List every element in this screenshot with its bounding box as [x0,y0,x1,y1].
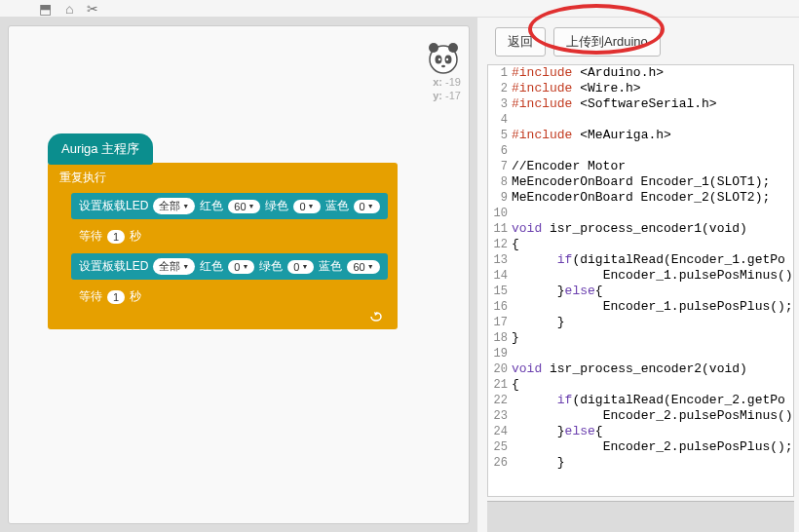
line-number: 23 [488,408,512,424]
code-text: if(digitalRead(Encoder_1.getPo [512,252,785,268]
sprite-coords: x: -19 y: -17 [433,75,461,102]
set-led-block[interactable]: 设置板载LED 全部▼ 红色 60▼ 绿色 0▼ 蓝色 0▼ [71,193,388,219]
code-line[interactable]: 21{ [488,377,793,393]
line-number: 1 [488,65,512,81]
panda-sprite-icon[interactable] [424,38,463,77]
line-number: 21 [488,377,512,393]
code-line[interactable]: 5#include <MeAuriga.h> [488,128,793,143]
code-line[interactable]: 22 if(digitalRead(Encoder_2.getPo [488,393,793,408]
code-line[interactable]: 6 [488,143,793,159]
code-line[interactable]: 10 [488,206,793,221]
hat-block[interactable]: Auriga 主程序 [48,133,153,165]
upload-arduino-button[interactable]: 上传到Arduino [553,27,661,57]
block-text: 红色 [200,258,223,275]
block-text: 设置板载LED [79,258,148,275]
code-editor[interactable]: 1#include <Arduino.h>2#include <Wire.h>3… [487,64,794,497]
code-line[interactable]: 11void isr_process_encoder1(void) [488,221,793,237]
code-line[interactable]: 18} [488,330,793,346]
code-line[interactable]: 3#include <SoftwareSerial.h> [488,96,793,112]
code-line[interactable]: 14 Encoder_1.pulsePosMinus() [488,268,793,284]
code-text: #include <SoftwareSerial.h> [512,96,717,112]
block-text: 秒 [130,288,141,305]
svg-point-1 [429,43,438,53]
code-panel: 返回 上传到Arduino 1#include <Arduino.h>2#inc… [477,18,799,532]
output-console[interactable] [487,501,794,532]
code-line[interactable]: 17 } [488,315,793,330]
green-value[interactable]: 0▼ [287,260,314,274]
code-line[interactable]: 7//Encoder Motor [488,159,793,174]
code-line[interactable]: 13 if(digitalRead(Encoder_1.getPo [488,252,793,268]
code-line[interactable]: 9MeEncoderOnBoard Encoder_2(SLOT2); [488,190,793,206]
forever-loop-block[interactable]: 重复执行 设置板载LED 全部▼ 红色 60▼ 绿色 0▼ 蓝色 0▼ [48,163,398,329]
line-number: 17 [488,315,512,330]
red-value[interactable]: 60▼ [228,200,260,213]
blue-value[interactable]: 60▼ [347,260,379,274]
code-line[interactable]: 1#include <Arduino.h> [488,65,793,81]
line-number: 24 [488,424,512,439]
line-number: 6 [488,143,512,159]
code-line[interactable]: 20void isr_process_encoder2(void) [488,361,793,377]
code-line[interactable]: 25 Encoder_2.pulsePosPlus(); [488,439,793,455]
block-text: 等待 [79,288,102,305]
red-value[interactable]: 0▼ [228,260,254,274]
line-number: 18 [488,330,512,346]
code-line[interactable]: 4 [488,112,793,128]
line-number: 25 [488,439,512,455]
code-line[interactable]: 12{ [488,237,793,252]
block-text: 秒 [130,228,141,245]
top-toolbar: ⬒ ⌂ ✂ [0,0,799,18]
loop-arrow-icon [57,312,388,322]
port-dropdown[interactable]: 全部▼ [153,198,195,214]
code-line[interactable]: 26 } [488,455,793,471]
block-stack[interactable]: Auriga 主程序 重复执行 设置板载LED 全部▼ 红色 60▼ 绿色 0▼… [48,133,398,329]
wait-block[interactable]: 等待 1 秒 [71,284,149,310]
line-number: 2 [488,81,512,96]
line-number: 14 [488,268,512,284]
code-text: }else{ [512,424,603,439]
wait-block[interactable]: 等待 1 秒 [71,223,149,249]
blue-value[interactable]: 0▼ [354,200,380,213]
line-number: 26 [488,455,512,471]
wait-value[interactable]: 1 [107,290,125,304]
line-number: 15 [488,284,512,299]
code-text: }else{ [512,284,603,299]
back-button[interactable]: 返回 [495,27,546,57]
line-number: 4 [488,112,512,128]
code-line[interactable]: 16 Encoder_1.pulsePosPlus(); [488,299,793,315]
wait-value[interactable]: 1 [107,230,125,244]
line-number: 19 [488,346,512,361]
line-number: 3 [488,96,512,112]
block-text: 红色 [200,198,223,214]
line-number: 20 [488,361,512,377]
code-line[interactable]: 2#include <Wire.h> [488,81,793,96]
code-text: MeEncoderOnBoard Encoder_2(SLOT2); [512,190,770,206]
code-line[interactable]: 15 }else{ [488,284,793,299]
line-number: 10 [488,206,512,221]
code-text: Encoder_2.pulsePosMinus() [512,408,793,424]
set-led-block[interactable]: 设置板载LED 全部▼ 红色 0▼ 绿色 0▼ 蓝色 60▼ [71,253,388,280]
code-text: //Encoder Motor [512,159,626,174]
scratch-stage[interactable]: x: -19 y: -17 Auriga 主程序 重复执行 设置板载LED 全部… [8,25,470,524]
block-text: 绿色 [265,198,288,214]
block-text: 蓝色 [319,258,342,275]
toolbar-icon[interactable]: ⌂ [65,1,73,17]
line-number: 8 [488,174,512,190]
line-number: 11 [488,221,512,237]
port-dropdown[interactable]: 全部▼ [153,258,195,275]
code-text: Encoder_1.pulsePosMinus() [512,268,793,284]
code-toolbar: 返回 上传到Arduino [477,18,799,64]
code-line[interactable]: 19 [488,346,793,361]
toolbar-icon[interactable]: ✂ [87,1,98,17]
line-number: 16 [488,299,512,315]
code-text: Encoder_2.pulsePosPlus(); [512,439,793,455]
code-text: void isr_process_encoder2(void) [512,361,747,377]
code-line[interactable]: 8MeEncoderOnBoard Encoder_1(SLOT1); [488,174,793,190]
svg-point-2 [448,43,458,53]
line-number: 13 [488,252,512,268]
code-line[interactable]: 24 }else{ [488,424,793,439]
code-line[interactable]: 23 Encoder_2.pulsePosMinus() [488,408,793,424]
loop-label: 重复执行 [57,168,388,191]
toolbar-icon[interactable]: ⬒ [39,1,52,17]
svg-point-6 [446,58,448,60]
green-value[interactable]: 0▼ [293,200,320,213]
